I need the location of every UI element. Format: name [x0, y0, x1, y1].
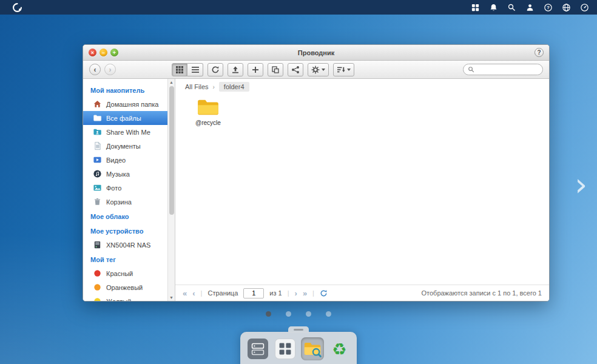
page-of-label: из 1 — [269, 289, 282, 297]
sidebar-scrollbar[interactable]: ▲ ▼ — [167, 79, 175, 301]
topbar-icons: ? — [470, 2, 590, 13]
dock-item-app-central[interactable] — [274, 337, 297, 360]
view-toggle-group — [172, 63, 203, 76]
page-number-input[interactable] — [243, 288, 264, 298]
close-button[interactable]: × — [89, 49, 96, 56]
dock-handle[interactable] — [288, 326, 309, 332]
sidebar-item-photo[interactable]: Фото — [83, 181, 168, 195]
video-icon — [93, 155, 102, 164]
red-tag-icon — [93, 269, 102, 278]
refresh-list-button[interactable] — [320, 289, 328, 297]
apps-icon[interactable] — [470, 2, 481, 13]
refresh-button[interactable] — [207, 63, 223, 76]
sidebar-item-label: Желтый — [106, 298, 131, 302]
search-icon — [468, 66, 474, 73]
sidebar-item-label: Документы — [106, 143, 141, 150]
orange-tag-icon — [93, 283, 102, 292]
sidebar-item-recycle-bin[interactable]: Корзина — [83, 195, 168, 209]
divider: | — [312, 289, 314, 297]
search-icon[interactable] — [507, 2, 517, 13]
desktop-next-page-arrow[interactable]: › — [575, 169, 587, 200]
sidebar-item-label: Фото — [106, 184, 121, 192]
help-icon[interactable]: ? — [543, 2, 553, 13]
window-title: Проводник — [83, 49, 549, 56]
notifications-bell-icon[interactable] — [488, 2, 499, 13]
scrollbar-thumb[interactable] — [169, 86, 174, 215]
dock: ♻ — [240, 332, 357, 364]
scroll-up-icon[interactable]: ▲ — [168, 79, 175, 86]
files-area[interactable]: @recycle — [175, 95, 549, 285]
breadcrumb-current[interactable]: folder4 — [219, 82, 249, 92]
file-item-recycle-folder[interactable]: @recycle — [189, 98, 228, 126]
sidebar-section-my-storage: Мой накопитель — [83, 83, 168, 97]
svg-text:?: ? — [547, 5, 550, 10]
trash-icon — [93, 197, 102, 206]
sidebar-item-music[interactable]: Музыка — [83, 167, 168, 181]
copy-move-button[interactable] — [268, 63, 283, 76]
sidebar: Мой накопитель Домашняя папка Все файлы … — [83, 79, 175, 301]
list-view-button[interactable] — [187, 63, 203, 76]
minimize-button[interactable]: − — [100, 49, 107, 56]
file-explorer-icon — [302, 339, 323, 359]
next-page-button[interactable]: › — [295, 289, 297, 297]
sidebar-item-share-with-me[interactable]: Share With Me — [83, 125, 168, 139]
dock-items: ♻ — [240, 332, 357, 360]
sidebar-item-nas[interactable]: XN5004R NAS — [83, 238, 168, 252]
sidebar-item-label: Share With Me — [106, 129, 150, 136]
upload-button[interactable] — [228, 63, 243, 76]
system-monitor-icon[interactable] — [579, 2, 590, 13]
prev-page-button[interactable]: ‹ — [192, 289, 195, 297]
sidebar-item-home-folder[interactable]: Домашняя папка — [83, 97, 168, 111]
divider: | — [201, 289, 203, 297]
content-pane: All Files › folder4 @recycle « ‹ | Стран… — [175, 79, 549, 301]
chevron-down-icon — [322, 69, 325, 71]
grid-view-button[interactable] — [172, 63, 187, 76]
share-button[interactable] — [288, 63, 303, 76]
search-box[interactable] — [463, 64, 543, 75]
sidebar-item-all-files[interactable]: Все файлы — [83, 111, 168, 125]
window-titlebar[interactable]: × − + Проводник ? — [83, 45, 549, 61]
scroll-down-icon[interactable]: ▼ — [168, 294, 175, 301]
sidebar-item-label: Домашняя папка — [106, 101, 158, 108]
page-dot[interactable] — [266, 311, 271, 317]
sidebar-item-label: Музыка — [106, 170, 130, 178]
page-dot[interactable] — [326, 311, 331, 317]
sidebar-item-documents[interactable]: Документы — [83, 139, 168, 153]
maximize-button[interactable]: + — [110, 49, 118, 56]
sidebar-section-my-cloud: Мое облако — [83, 209, 168, 223]
sidebar-item-tag-orange[interactable]: Оранжевый — [83, 280, 168, 294]
settings-dropdown-button[interactable] — [308, 63, 329, 76]
dock-item-storage-manager[interactable] — [246, 337, 269, 360]
home-icon — [93, 99, 102, 109]
last-page-button[interactable]: » — [303, 289, 307, 297]
records-status-text: Отображаются записи с 1 по 1, всего 1 — [422, 289, 542, 297]
page-label: Страница — [207, 289, 238, 297]
folder-icon — [93, 113, 102, 123]
window-help-button[interactable]: ? — [535, 48, 544, 57]
sidebar-item-tag-red[interactable]: Красный — [83, 266, 168, 280]
shared-folder-icon — [93, 127, 102, 136]
sidebar-item-tag-yellow[interactable]: Желтый — [83, 294, 168, 301]
back-button[interactable]: ‹ — [89, 64, 101, 75]
sort-dropdown-button[interactable] — [333, 63, 354, 76]
breadcrumb-root[interactable]: All Files — [185, 83, 209, 90]
first-page-button[interactable]: « — [183, 289, 187, 297]
brand-logo-icon[interactable] — [12, 2, 22, 13]
search-input[interactable] — [477, 66, 538, 73]
breadcrumb-separator-icon: › — [213, 84, 215, 90]
sidebar-section-my-tag: Мой тег — [83, 252, 168, 266]
sidebar-item-label: Оранжевый — [106, 284, 143, 291]
language-globe-icon[interactable] — [561, 2, 572, 13]
dock-item-file-explorer[interactable] — [301, 337, 324, 360]
window-controls: × − + — [89, 49, 118, 56]
forward-button[interactable]: › — [104, 64, 116, 75]
sidebar-item-label: Корзина — [106, 198, 132, 206]
user-icon[interactable] — [525, 2, 535, 13]
sidebar-item-video[interactable]: Видео — [83, 153, 168, 167]
page-dot[interactable] — [286, 311, 291, 317]
dock-item-antivirus[interactable]: ♻ — [328, 337, 351, 360]
page-dot[interactable] — [306, 311, 311, 317]
create-button[interactable] — [248, 63, 263, 76]
document-icon — [93, 141, 102, 150]
sidebar-item-label: XN5004R NAS — [106, 241, 150, 249]
